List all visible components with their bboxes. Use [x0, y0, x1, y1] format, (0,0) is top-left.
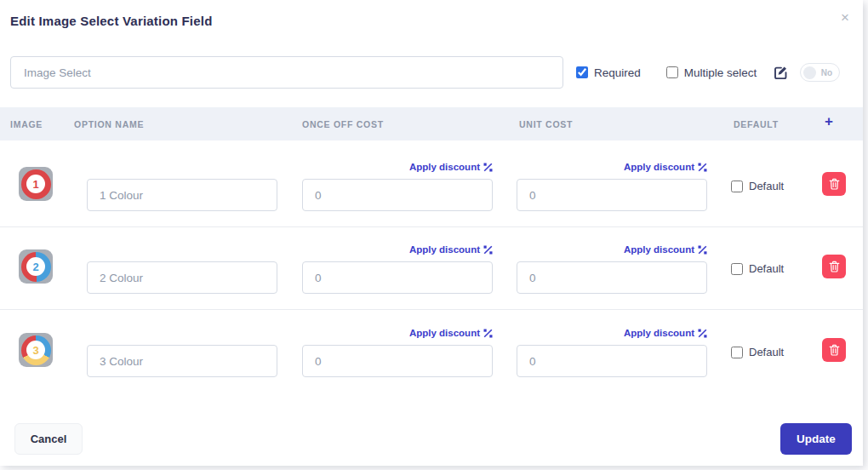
page-title: Edit Image Select Variation Field: [0, 0, 863, 28]
default-group: Default: [731, 346, 784, 358]
image-number: 1: [26, 175, 45, 193]
image-ring: 1: [21, 169, 51, 199]
apply-discount-unit-link[interactable]: Apply discount: [517, 328, 707, 338]
apply-discount-unit-link[interactable]: Apply discount: [517, 244, 707, 255]
required-group: Required: [576, 66, 641, 79]
multiple-select-label: Multiple select: [684, 66, 757, 79]
column-header-unit-cost: UNIT COST: [519, 119, 573, 129]
apply-discount-label: Apply discount: [624, 162, 694, 172]
percent-icon: [698, 329, 707, 338]
unit-cost-input[interactable]: [517, 345, 707, 377]
image-number: 2: [26, 257, 45, 276]
delete-row-button[interactable]: [822, 172, 846, 196]
field-name-row: Required Multiple select No: [10, 56, 853, 89]
delete-row-button[interactable]: [822, 338, 846, 362]
apply-discount-once-off-link[interactable]: Apply discount: [302, 162, 493, 172]
percent-icon: [483, 163, 493, 172]
apply-discount-label: Apply discount: [624, 328, 694, 338]
unit-cost-input[interactable]: [517, 261, 707, 294]
apply-discount-once-off-link[interactable]: Apply discount: [302, 328, 493, 338]
option-image-thumbnail[interactable]: 2: [19, 249, 53, 284]
apply-discount-label: Apply discount: [624, 244, 694, 255]
delete-row-button[interactable]: [822, 255, 846, 278]
default-label: Default: [749, 180, 784, 192]
cancel-button[interactable]: Cancel: [14, 423, 83, 455]
multiple-select-group: Multiple select: [666, 66, 757, 79]
default-label: Default: [749, 346, 784, 358]
table-row: 3 Apply discount Apply discount Default: [0, 310, 863, 393]
once-off-cost-input[interactable]: [302, 261, 493, 294]
table-row: 2 Apply discount Apply discount Default: [0, 227, 863, 310]
required-checkbox[interactable]: [576, 66, 588, 78]
multiple-select-checkbox[interactable]: [666, 66, 678, 78]
option-name-input[interactable]: [87, 179, 277, 211]
percent-icon: [698, 163, 707, 172]
option-image-thumbnail[interactable]: 3: [19, 333, 53, 367]
edit-variation-modal: Edit Image Select Variation Field × Requ…: [0, 0, 863, 466]
image-ring: 3: [21, 335, 51, 365]
column-header-option-name: OPTION NAME: [74, 119, 144, 129]
edit-pencil-icon[interactable]: [774, 66, 788, 80]
default-label: Default: [749, 262, 784, 275]
toggle-switch[interactable]: No: [800, 63, 840, 82]
percent-icon: [698, 245, 707, 255]
toggle-knob: [803, 66, 816, 79]
apply-discount-once-off-link[interactable]: Apply discount: [302, 244, 493, 255]
image-number: 3: [26, 341, 45, 359]
column-header-default: DEFAULT: [734, 119, 779, 129]
add-option-button[interactable]: +: [825, 114, 833, 129]
option-image-thumbnail[interactable]: 1: [19, 167, 53, 201]
unit-cost-input[interactable]: [517, 179, 707, 211]
image-ring: 2: [21, 252, 51, 282]
default-checkbox[interactable]: [731, 347, 743, 358]
percent-icon: [483, 329, 493, 338]
required-label: Required: [594, 66, 641, 79]
column-header-once-off-cost: ONCE OFF COST: [302, 119, 384, 129]
trash-icon: [829, 344, 840, 356]
default-group: Default: [731, 262, 784, 275]
field-name-input[interactable]: [10, 56, 563, 89]
default-checkbox[interactable]: [731, 263, 743, 275]
percent-icon: [483, 245, 493, 255]
trash-icon: [829, 178, 840, 190]
column-header-image: IMAGE: [10, 119, 43, 129]
update-button[interactable]: Update: [780, 423, 852, 455]
apply-discount-unit-link[interactable]: Apply discount: [517, 162, 707, 172]
once-off-cost-input[interactable]: [302, 179, 493, 211]
default-group: Default: [731, 180, 784, 192]
trash-icon: [829, 261, 840, 272]
apply-discount-label: Apply discount: [409, 162, 480, 172]
apply-discount-label: Apply discount: [409, 328, 480, 338]
once-off-cost-input[interactable]: [302, 345, 493, 377]
table-row: 1 Apply discount Apply discount Default: [0, 140, 863, 227]
table-header: IMAGE OPTION NAME ONCE OFF COST UNIT COS…: [0, 107, 863, 140]
toggle-label: No: [821, 68, 832, 77]
option-name-input[interactable]: [87, 345, 277, 377]
apply-discount-label: Apply discount: [409, 244, 480, 255]
option-name-input[interactable]: [87, 261, 277, 294]
close-icon[interactable]: ×: [841, 10, 849, 25]
default-checkbox[interactable]: [731, 181, 743, 192]
